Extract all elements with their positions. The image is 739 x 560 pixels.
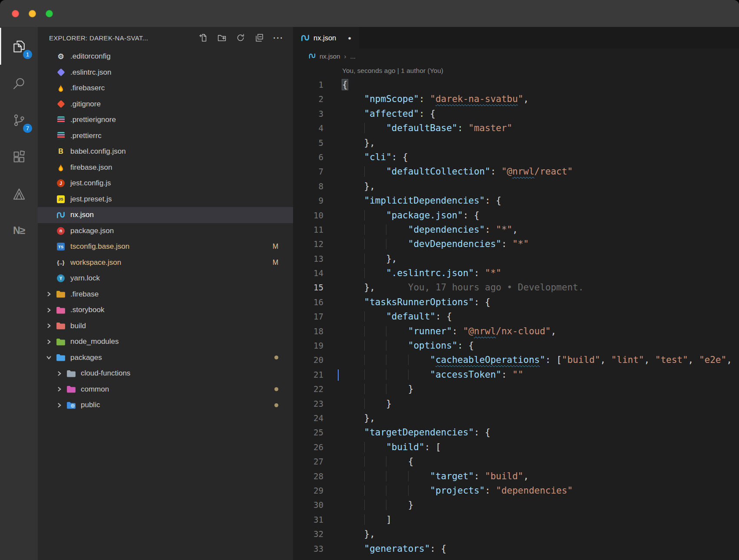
- chevron-right-icon[interactable]: [53, 402, 66, 408]
- unsaved-changes-dot[interactable]: ●: [348, 35, 351, 41]
- code-line-28[interactable]: 28 "target": "build",: [293, 469, 739, 484]
- new-file-button[interactable]: [198, 32, 209, 43]
- code-line-16[interactable]: 16 "tasksRunnerOptions": {: [293, 295, 739, 310]
- folder-item-.storybook[interactable]: .storybook: [38, 302, 293, 318]
- code-line-7[interactable]: 7 "defaultCollection": "@nrwl/react": [293, 165, 739, 179]
- chevron-right-icon[interactable]: [42, 323, 55, 329]
- code-line-17[interactable]: 17 "default": {: [293, 310, 739, 324]
- chevron-right-icon[interactable]: [42, 307, 55, 313]
- indent-guide: [364, 399, 386, 409]
- code-line-2[interactable]: 2 "npmScope": "darek-na-svatbu",: [293, 92, 739, 106]
- code-token: :: [458, 123, 468, 133]
- code-line-6[interactable]: 6 "cli": {: [293, 150, 739, 165]
- file-item-nx.json[interactable]: nx.json: [38, 207, 293, 223]
- code-line-32[interactable]: 32 },: [293, 527, 739, 541]
- close-window-button[interactable]: [12, 10, 19, 17]
- code-line-9[interactable]: 9 "implicitDependencies": {: [293, 194, 739, 208]
- file-item-package.json[interactable]: npackage.json: [38, 223, 293, 239]
- code-line-15[interactable]: 15 }, You, 17 hours ago • Development.: [293, 280, 739, 295]
- more-actions-button[interactable]: ⋯: [272, 32, 284, 43]
- activity-nx-console-button[interactable]: N≥: [0, 212, 38, 249]
- line-content: "affected": {: [342, 107, 435, 121]
- indent-guide: [342, 166, 364, 177]
- folder-item-node_modules[interactable]: node_modules: [38, 334, 293, 350]
- code-line-26[interactable]: 26 "build": [: [293, 440, 739, 455]
- breadcrumb-more[interactable]: ...: [350, 53, 356, 60]
- line-number: 8: [293, 179, 323, 194]
- indent-guide: [342, 109, 364, 119]
- activity-layers-button[interactable]: [0, 175, 38, 212]
- chevron-down-icon[interactable]: [42, 355, 55, 360]
- code-line-12[interactable]: 12 "devDependencies": "*": [293, 237, 739, 251]
- code-editor[interactable]: You, seconds ago | 1 author (You) 1{2 "n…: [293, 63, 739, 560]
- file-item-.gitignore[interactable]: .gitignore: [38, 96, 293, 112]
- file-item-workspace.json[interactable]: {..}workspace.jsonM: [38, 255, 293, 271]
- code-line-1[interactable]: 1{: [293, 78, 739, 92]
- code-line-10[interactable]: 10 "package.json": {: [293, 208, 739, 223]
- file-item-yarn.lock[interactable]: Yyarn.lock: [38, 270, 293, 287]
- new-folder-button[interactable]: [216, 32, 228, 43]
- code-line-18[interactable]: 18 "runner": "@nrwl/nx-cloud",: [293, 324, 739, 339]
- code-line-30[interactable]: 30 }: [293, 498, 739, 512]
- folder-item-packages[interactable]: packages: [38, 350, 293, 366]
- collapse-folders-button[interactable]: [254, 32, 265, 43]
- chevron-right-icon[interactable]: [53, 371, 66, 376]
- code-line-4[interactable]: 4 "defaultBase": "master": [293, 121, 739, 135]
- activity-explorer-button[interactable]: 1: [0, 28, 38, 65]
- folder-item-.firebase[interactable]: .firebase: [38, 287, 293, 303]
- code-line-8[interactable]: 8 },: [293, 179, 739, 194]
- file-item-jest.preset.js[interactable]: JSjest.preset.js: [38, 191, 293, 208]
- file-item-.editorconfig[interactable]: ⚙.editorconfig: [38, 49, 293, 65]
- file-item-.prettierignore[interactable]: .prettierignore: [38, 112, 293, 128]
- activity-source-control-button[interactable]: 7: [0, 102, 38, 138]
- file-item-.firebaserc[interactable]: .firebaserc: [38, 80, 293, 96]
- chevron-right-icon[interactable]: [53, 386, 66, 392]
- tab-nx-json[interactable]: nx.json ●: [293, 27, 359, 49]
- code-line-33[interactable]: 33 "generators": {: [293, 542, 739, 556]
- code-line-31[interactable]: 31 ]: [293, 513, 739, 527]
- codelens-authors[interactable]: You, seconds ago | 1 author (You): [293, 63, 739, 78]
- code-line-22[interactable]: 22 }: [293, 382, 739, 396]
- file-label: .eslintrc.json: [70, 68, 111, 77]
- activity-search-button[interactable]: [0, 65, 38, 102]
- chevron-right-icon[interactable]: [42, 291, 55, 297]
- code-line-24[interactable]: 24 },: [293, 411, 739, 425]
- zoom-window-button[interactable]: [46, 10, 53, 17]
- breadcrumb-file[interactable]: nx.json: [320, 53, 340, 60]
- code-line-11[interactable]: 11 "dependencies": "*",: [293, 223, 739, 237]
- file-item-.prettierrc[interactable]: .prettierrc: [38, 128, 293, 144]
- chevron-right-icon[interactable]: [42, 339, 55, 345]
- refresh-explorer-button[interactable]: [235, 32, 246, 43]
- code-line-14[interactable]: 14 ".eslintrc.json": "*": [293, 266, 739, 280]
- file-item-firebase.json[interactable]: firebase.json: [38, 160, 293, 176]
- file-item-tsconfig.base.json[interactable]: TStsconfig.base.jsonM: [38, 239, 293, 255]
- line-number: 12: [293, 237, 323, 251]
- activity-extensions-button[interactable]: [0, 138, 38, 175]
- folder-item-cloud-functions[interactable]: cloud-functions: [38, 366, 293, 382]
- code-token: "*": [512, 239, 529, 249]
- line-number: 13: [293, 252, 323, 266]
- breadcrumb[interactable]: nx.json › ...: [293, 49, 739, 63]
- folder-item-build[interactable]: build: [38, 318, 293, 334]
- folder-item-common[interactable]: common: [38, 382, 293, 398]
- folder-item-public[interactable]: public: [38, 397, 293, 413]
- code-line-3[interactable]: 3 "affected": {: [293, 107, 739, 121]
- code-line-27[interactable]: 27 {: [293, 455, 739, 469]
- file-item-.eslintrc.json[interactable]: .eslintrc.json: [38, 65, 293, 81]
- code-line-19[interactable]: 19 "options": {: [293, 339, 739, 353]
- code-line-5[interactable]: 5 },: [293, 136, 739, 150]
- code-line-25[interactable]: 25 "targetDependencies": {: [293, 425, 739, 440]
- search-icon: [12, 76, 26, 90]
- indent-guide: [342, 282, 364, 293]
- file-item-jest.config.js[interactable]: Jjest.config.js: [38, 175, 293, 191]
- code-line-29[interactable]: 29 "projects": "dependencies": [293, 484, 739, 498]
- line-content: }: [342, 498, 413, 512]
- line-content: "tasksRunnerOptions": {: [342, 295, 490, 310]
- code-token: : {: [458, 340, 474, 351]
- minimize-window-button[interactable]: [29, 10, 36, 17]
- code-line-21[interactable]: 21 "accessToken": "": [293, 368, 739, 382]
- file-item-babel.config.json[interactable]: Bbabel.config.json: [38, 144, 293, 160]
- code-line-23[interactable]: 23 }: [293, 397, 739, 411]
- code-line-20[interactable]: 20 "cacheableOperations": ["build", "lin…: [293, 353, 739, 367]
- code-line-13[interactable]: 13 },: [293, 252, 739, 266]
